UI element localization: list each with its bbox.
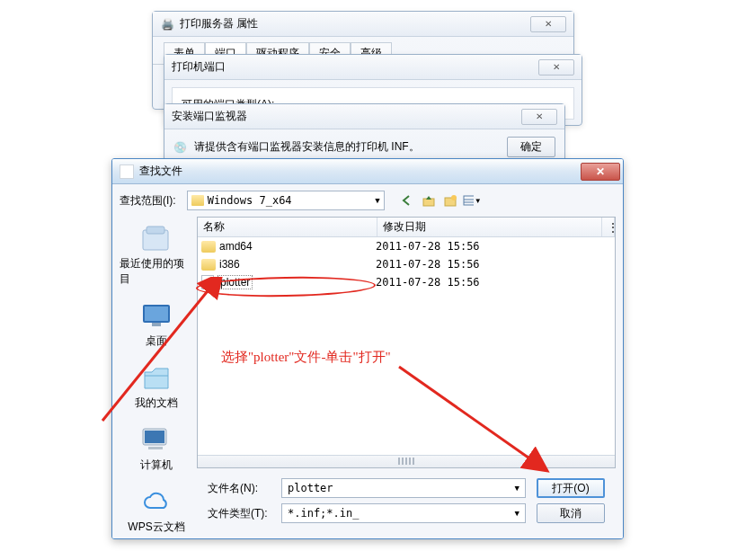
row-name: plotter [218,275,253,289]
scope-label: 查找范围(I): [120,193,176,209]
list-scrollbar[interactable] [198,455,615,467]
folder-icon [201,259,216,271]
cloud-icon [138,485,174,518]
bg2-titlebar: 打印机端口 ✕ [164,55,582,80]
svg-rect-0 [423,199,434,206]
col-date[interactable]: 修改日期 [377,218,602,236]
bg1-title: 打印服务器 属性 [180,16,258,31]
row-date: 2011-07-28 15:56 [376,276,613,289]
bg3-title: 安装端口监视器 [172,109,247,124]
filename-value: plotter [288,482,333,494]
col-extra[interactable]: ⋮ [602,218,615,236]
list-row[interactable]: i386 2011-07-28 15:56 [198,255,615,273]
fd-close-button[interactable]: ✕ [581,163,620,181]
filetype-combo[interactable]: *.inf;*.in_ ▼ [281,503,526,523]
printer-icon: 🖨️ [160,17,174,31]
chevron-down-icon: ▼ [375,196,379,205]
svg-rect-9 [145,307,168,321]
fd-toolbar: 查找范围(I): Windows 7_x64 ▼ ▼ [112,184,623,217]
list-body: amd64 2011-07-28 15:56 i386 2011-07-28 1… [198,237,615,455]
bg3-text: 请提供含有端口监视器安装信息的打印机 INF。 [194,139,500,155]
svg-rect-13 [148,447,163,449]
new-folder-icon [443,194,457,207]
svg-point-2 [451,195,457,200]
bg1-close-button[interactable]: ✕ [530,16,566,32]
new-folder-button[interactable] [440,191,460,210]
row-name: i386 [219,258,240,271]
bg2-close-button[interactable]: ✕ [538,59,574,76]
bg1-titlebar: 🖨️ 打印服务器 属性 ✕ [153,12,573,37]
views-button[interactable]: ▼ [462,191,482,210]
row-date: 2011-07-28 15:56 [376,258,613,271]
computer-icon [138,423,174,456]
filetype-label: 文件类型(T): [208,506,271,521]
sidebar-wpscloud[interactable]: WPS云文档 [128,485,184,535]
sidebar-desktop[interactable]: 桌面 [138,299,174,349]
annotation-text: 选择"plotter"文件-单击"打开" [221,349,391,366]
chevron-down-icon: ▼ [515,509,519,518]
cancel-button[interactable]: 取消 [537,503,605,523]
svg-rect-7 [147,227,164,234]
sidebar-computer[interactable]: 计算机 [138,423,174,473]
filename-combo[interactable]: plotter ▼ [281,478,526,498]
bg3-close-button[interactable]: ✕ [521,109,557,125]
up-folder-icon [422,194,436,207]
fd-main: 最近使用的项目 桌面 我的文档 [112,217,623,538]
open-button[interactable]: 打开(O) [537,478,605,498]
recent-icon [138,222,174,254]
file-icon [201,275,214,289]
file-dialog-icon [120,164,134,179]
fd-titlebar: 查找文件 ✕ [112,159,623,184]
col-name[interactable]: 名称 [198,218,377,236]
chevron-down-icon: ▼ [515,484,519,493]
sidebar-mydocs[interactable]: 我的文档 [135,361,178,411]
bg3-titlebar: 安装端口监视器 ✕ [164,104,564,129]
back-arrow-icon [400,194,414,207]
disc-icon: 💿 [173,141,187,154]
folder-icon [201,241,216,253]
sidebar-computer-label: 计算机 [140,458,173,473]
svg-rect-10 [152,323,161,326]
desktop-icon [138,299,174,332]
svg-rect-3 [464,196,474,205]
back-button[interactable] [397,191,417,210]
row-name: amd64 [219,240,253,253]
fd-sidebar: 最近使用的项目 桌面 我的文档 [120,217,193,538]
scope-dropdown[interactable]: Windows 7_x64 ▼ [187,191,385,210]
bg2-title: 打印机端口 [172,59,226,75]
views-icon [462,194,474,207]
sidebar-mydocs-label: 我的文档 [135,396,178,411]
sidebar-recent-label: 最近使用的项目 [120,256,193,287]
chevron-down-icon: ▼ [475,197,482,205]
filetype-value: *.inf;*.in_ [288,507,359,520]
filename-label: 文件名(N): [208,481,271,496]
list-header: 名称 修改日期 ⋮ [198,218,615,237]
sidebar-wpscloud-label: WPS云文档 [128,520,184,535]
folder-icon [191,195,204,206]
sidebar-recent[interactable]: 最近使用的项目 [120,222,193,287]
scope-value: Windows 7_x64 [208,194,292,207]
mydocs-icon [138,361,174,394]
list-row[interactable]: amd64 2011-07-28 15:56 [198,237,615,255]
list-row-selected[interactable]: plotter 2011-07-28 15:56 [198,273,615,291]
up-one-level-button[interactable] [419,191,439,210]
fd-title: 查找文件 [139,164,182,179]
sidebar-desktop-label: 桌面 [146,333,167,349]
bg3-ok-button[interactable]: 确定 [507,137,555,157]
file-list: 名称 修改日期 ⋮ amd64 2011-07-28 15:56 i386 20… [197,217,616,468]
svg-rect-12 [145,431,164,443]
row-date: 2011-07-28 15:56 [376,240,613,253]
fd-bottom: 文件名(N): plotter ▼ 打开(O) 文件类型(T): *.inf;*… [197,468,616,538]
